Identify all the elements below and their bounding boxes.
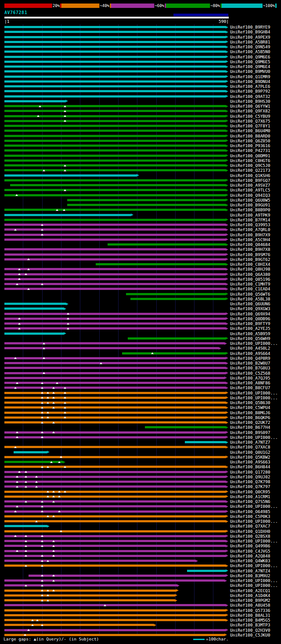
hit-label[interactable]: UniRef100_UPI000...: [230, 504, 278, 509]
alignment-bar[interactable]: [4, 609, 226, 611]
hit-label[interactable]: UniRef100_Q04684: [230, 242, 270, 247]
alignment-bar[interactable]: [4, 219, 226, 221]
hit-label[interactable]: UniRef100_B9FGQ7: [230, 178, 270, 183]
alignment-bar[interactable]: [4, 308, 64, 310]
alignment-bar[interactable]: [4, 135, 226, 137]
alignment-bar[interactable]: [4, 105, 226, 107]
alignment-bar[interactable]: [4, 145, 226, 147]
hit-label[interactable]: UniRef100_A9S664: [230, 351, 270, 356]
hit-label[interactable]: UniRef100_B9HS30: [230, 99, 270, 104]
alignment-bar[interactable]: [122, 352, 226, 355]
hit-label[interactable]: UniRef100_UPI000...: [230, 391, 278, 395]
alignment-bar[interactable]: [4, 461, 63, 463]
hit-label[interactable]: UniRef100_Q39953: [230, 223, 270, 227]
alignment-bar[interactable]: [4, 530, 226, 532]
alignment-bar[interactable]: [4, 31, 226, 33]
hit-label[interactable]: UniRef100_B7FM14: [230, 218, 270, 222]
alignment-bar[interactable]: [4, 189, 226, 191]
hit-label[interactable]: UniRef100_B677H4: [230, 425, 270, 430]
hit-label[interactable]: UniRef100_Q6YYW1: [230, 104, 270, 109]
hit-label[interactable]: UniRef100_B6H844: [230, 465, 270, 469]
hit-label[interactable]: UniRef100_C5P0K3: [230, 514, 270, 519]
hit-label[interactable]: UniRef100_Q94IQ3: [230, 193, 270, 198]
alignment-bar[interactable]: [4, 362, 226, 364]
hit-label[interactable]: UniRef100_Q5B630: [230, 401, 270, 405]
alignment-bar[interactable]: [4, 599, 175, 601]
alignment-bar[interactable]: [4, 377, 224, 379]
alignment-bar[interactable]: [4, 416, 226, 419]
alignment-bar[interactable]: [4, 357, 226, 359]
alignment-bar[interactable]: [4, 36, 226, 38]
hit-label[interactable]: UniRef100_Q7F8Y1: [230, 124, 270, 128]
alignment-bar[interactable]: [4, 76, 226, 78]
hit-label[interactable]: UniRef100_B7G0U3: [230, 366, 270, 370]
hit-label[interactable]: UniRef100_A7NTZ4: [230, 569, 270, 573]
alignment-bar[interactable]: [4, 303, 66, 305]
alignment-bar[interactable]: [29, 575, 226, 577]
hit-label[interactable]: UniRef100_B9GU91: [230, 203, 270, 207]
hit-label[interactable]: UniRef100_A5BR81: [230, 40, 270, 44]
hit-label[interactable]: UniRef100_Q1DXH0: [230, 529, 270, 534]
alignment-bar[interactable]: [4, 258, 226, 260]
hit-label[interactable]: UniRef100_Q4P8R9: [230, 356, 270, 361]
hit-label[interactable]: UniRef100_B9PGM2: [230, 598, 270, 603]
hit-label[interactable]: UniRef100_B3MTP3: [230, 623, 270, 627]
alignment-bar[interactable]: [4, 85, 226, 87]
alignment-bar[interactable]: [4, 614, 226, 616]
hit-label[interactable]: UniRef100_A2YEJ5: [230, 326, 270, 331]
alignment-bar[interactable]: [4, 209, 226, 211]
hit-label[interactable]: UniRef100_B9RYE9: [230, 25, 270, 29]
alignment-bar[interactable]: [4, 392, 226, 394]
hit-label[interactable]: UniRef100_A5C9H4: [230, 238, 270, 242]
hit-label[interactable]: UniRef100_C1MHT9: [230, 282, 270, 286]
alignment-bar[interactable]: [4, 515, 226, 517]
alignment-bar[interactable]: [4, 436, 226, 438]
hit-label[interactable]: UniRef100_UPI000...: [230, 435, 278, 440]
hit-label[interactable]: UniRef100_C5WPU4: [230, 405, 270, 410]
alignment-bar[interactable]: [4, 169, 226, 171]
alignment-bar[interactable]: [4, 159, 226, 162]
alignment-bar[interactable]: [4, 140, 226, 142]
alignment-bar[interactable]: [4, 41, 226, 43]
hit-label[interactable]: UniRef100_Q6U0W5: [230, 198, 270, 203]
alignment-bar[interactable]: [4, 268, 226, 270]
alignment-bar[interactable]: [4, 313, 226, 315]
alignment-bar[interactable]: [4, 248, 226, 250]
hit-label[interactable]: UniRef100_Q0DM91: [230, 154, 270, 158]
alignment-bar[interactable]: [4, 594, 175, 597]
alignment-bar[interactable]: [4, 288, 226, 290]
hit-label[interactable]: UniRef100_Q9UJ02: [230, 475, 270, 479]
hit-label[interactable]: UniRef100_Q5KBW2: [230, 455, 270, 459]
alignment-bar[interactable]: [4, 555, 226, 557]
hit-label[interactable]: UniRef100_A9TPK9: [230, 213, 270, 217]
alignment-bar[interactable]: [4, 500, 226, 503]
hit-label[interactable]: UniRef100_Q2BSX8: [230, 534, 270, 539]
alignment-bar[interactable]: [4, 525, 47, 527]
alignment-bar[interactable]: [4, 333, 64, 335]
alignment-bar[interactable]: [185, 441, 226, 443]
hit-label[interactable]: UniRef100_Q1KSH6: [230, 174, 270, 178]
hit-label[interactable]: UniRef100_Q22173: [230, 168, 270, 173]
hit-label[interactable]: UniRef100_UPI000...: [230, 539, 278, 543]
hit-label[interactable]: UniRef100_B2W0U7: [230, 361, 270, 365]
alignment-bar[interactable]: [4, 629, 226, 631]
hit-label[interactable]: UniRef100_Q9N549: [230, 45, 270, 49]
alignment-bar[interactable]: [4, 327, 226, 329]
alignment-bar[interactable]: [4, 56, 226, 58]
alignment-bar[interactable]: [4, 322, 226, 325]
alignment-bar[interactable]: [4, 61, 226, 63]
alignment-bar[interactable]: [4, 95, 226, 98]
hit-label[interactable]: UniRef100_Q6A380: [230, 272, 270, 277]
alignment-bar[interactable]: [4, 347, 219, 349]
hit-label[interactable]: UniRef100_B6U4M0: [230, 129, 270, 133]
hit-label[interactable]: UniRef100_Q7S5N6: [230, 499, 270, 504]
hit-label[interactable]: UniRef100_Q1EMR9: [230, 75, 270, 79]
hit-label[interactable]: UniRef100_A7QRL0: [230, 228, 270, 232]
hit-label[interactable]: UniRef100_B9SM76: [230, 253, 270, 257]
hit-label[interactable]: UniRef100_A5BL38: [230, 297, 270, 301]
hit-label[interactable]: UniRef100_Q7XAC8: [230, 445, 270, 449]
alignment-bar[interactable]: [4, 456, 226, 458]
hit-label[interactable]: UniRef100_Q9M6E5: [230, 60, 270, 64]
alignment-bar[interactable]: [4, 545, 226, 547]
alignment-bar[interactable]: [96, 263, 226, 265]
